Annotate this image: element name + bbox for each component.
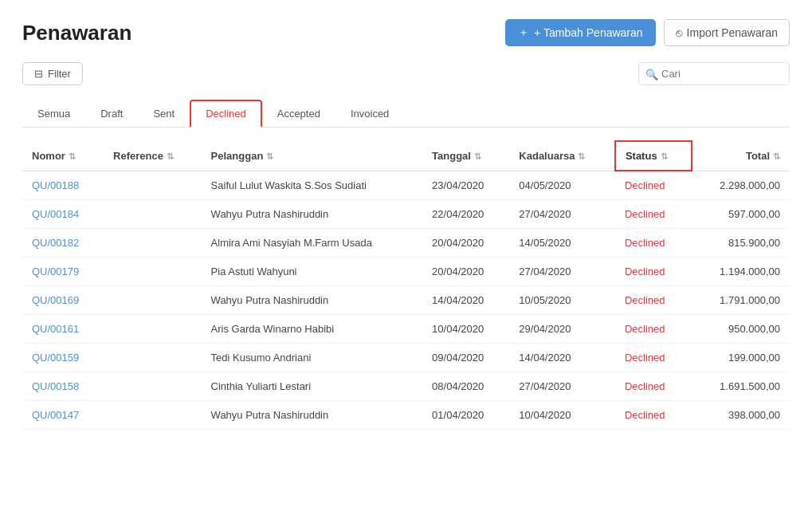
cell-pelanggan-7: Cinthia Yuliarti Lestari — [202, 372, 423, 401]
import-icon: ⎋ — [676, 26, 682, 39]
cell-kadaluarsa-0: 04/05/2020 — [509, 171, 615, 200]
cell-nomor-8[interactable]: QU/00147 — [22, 401, 104, 430]
cell-nomor-3[interactable]: QU/00179 — [22, 258, 104, 286]
col-reference[interactable]: Reference⇅ — [104, 141, 201, 171]
header-actions: ＋ + Tambah Penawaran ⎋ Import Penawaran — [505, 19, 790, 46]
nomor-link-5[interactable]: QU/00161 — [32, 323, 79, 335]
cell-total-5: 950.000,00 — [692, 315, 790, 344]
table-row: QU/00158Cinthia Yuliarti Lestari08/04/20… — [22, 372, 790, 401]
cell-total-6: 199.000,00 — [692, 344, 790, 372]
nomor-link-7[interactable]: QU/00158 — [32, 380, 79, 392]
filter-button[interactable]: ⊟ Filter — [22, 62, 83, 85]
cell-status-2: Declined — [615, 229, 692, 258]
table-row: QU/00161Aris Garda Winarno Habibi10/04/2… — [22, 315, 790, 344]
penawaran-table: Nomor⇅Reference⇅Pelanggan⇅Tanggal⇅Kadalu… — [22, 140, 790, 430]
plus-icon: ＋ — [518, 26, 529, 40]
page-title: Penawaran — [22, 21, 131, 45]
cell-status-3: Declined — [615, 258, 692, 286]
search-icon: 🔍 — [645, 68, 658, 80]
cell-reference-1 — [104, 200, 201, 229]
table-row: QU/00159Tedi Kusumo Andriani09/04/202014… — [22, 344, 790, 372]
cell-reference-0 — [104, 171, 201, 200]
cell-status-4: Declined — [615, 286, 692, 315]
tabs-row: SemuaDraftSentDeclinedAcceptedInvoiced — [22, 100, 790, 128]
table-row: QU/00169Wahyu Putra Nashiruddin14/04/202… — [22, 286, 790, 315]
cell-nomor-0[interactable]: QU/00188 — [22, 171, 104, 200]
import-button-label: Import Penawaran — [687, 26, 778, 39]
table-row: QU/00188Saiful Lulut Waskita S.Sos Sudia… — [22, 171, 790, 200]
col-kadaluarsa[interactable]: Kadaluarsa⇅ — [509, 141, 615, 171]
cell-nomor-4[interactable]: QU/00169 — [22, 286, 104, 315]
cell-total-1: 597.000,00 — [692, 200, 790, 229]
table-row: QU/00147Wahyu Putra Nashiruddin01/04/202… — [22, 401, 790, 430]
toolbar-row: ⊟ Filter 🔍 — [22, 62, 790, 85]
cell-nomor-6[interactable]: QU/00159 — [22, 344, 104, 372]
col-nomor[interactable]: Nomor⇅ — [22, 141, 104, 171]
tab-draft[interactable]: Draft — [85, 100, 138, 128]
sort-icon-kadaluarsa: ⇅ — [578, 151, 585, 162]
tab-accepted[interactable]: Accepted — [262, 100, 335, 128]
sort-icon-tanggal: ⇅ — [474, 151, 481, 162]
cell-total-4: 1.791.000,00 — [692, 286, 790, 315]
table-row: QU/00184Wahyu Putra Nashiruddin22/04/202… — [22, 200, 790, 229]
nomor-link-4[interactable]: QU/00169 — [32, 294, 79, 306]
cell-pelanggan-6: Tedi Kusumo Andriani — [202, 344, 423, 372]
col-pelanggan[interactable]: Pelanggan⇅ — [202, 141, 423, 171]
cell-pelanggan-4: Wahyu Putra Nashiruddin — [202, 286, 423, 315]
cell-nomor-7[interactable]: QU/00158 — [22, 372, 104, 401]
cell-tanggal-0: 23/04/2020 — [422, 171, 509, 200]
cell-kadaluarsa-4: 10/05/2020 — [509, 286, 615, 315]
cell-pelanggan-8: Wahyu Putra Nashiruddin — [202, 401, 423, 430]
cell-pelanggan-5: Aris Garda Winarno Habibi — [202, 315, 423, 344]
cell-pelanggan-3: Pia Astuti Wahyuni — [202, 258, 423, 286]
header-row: Penawaran ＋ + Tambah Penawaran ⎋ Import … — [22, 19, 790, 46]
col-total[interactable]: Total⇅ — [692, 141, 790, 171]
col-status[interactable]: Status⇅ — [615, 141, 692, 171]
tab-semua[interactable]: Semua — [22, 100, 85, 128]
cell-total-8: 398.000,00 — [692, 401, 790, 430]
nomor-link-2[interactable]: QU/00182 — [32, 237, 79, 249]
table-container: Nomor⇅Reference⇅Pelanggan⇅Tanggal⇅Kadalu… — [22, 140, 790, 430]
cell-reference-6 — [104, 344, 201, 372]
cell-status-7: Declined — [615, 372, 692, 401]
tab-invoiced[interactable]: Invoiced — [335, 100, 404, 128]
cell-kadaluarsa-2: 14/05/2020 — [509, 229, 615, 258]
sort-icon-total: ⇅ — [773, 151, 780, 162]
cell-reference-5 — [104, 315, 201, 344]
cell-reference-7 — [104, 372, 201, 401]
cell-nomor-5[interactable]: QU/00161 — [22, 315, 104, 344]
import-penawaran-button[interactable]: ⎋ Import Penawaran — [664, 19, 790, 46]
cell-total-7: 1.691.500,00 — [692, 372, 790, 401]
cell-tanggal-2: 20/04/2020 — [422, 229, 509, 258]
cell-kadaluarsa-1: 27/04/2020 — [509, 200, 615, 229]
cell-kadaluarsa-3: 27/04/2020 — [509, 258, 615, 286]
cell-tanggal-4: 14/04/2020 — [422, 286, 509, 315]
cell-kadaluarsa-6: 14/04/2020 — [509, 344, 615, 372]
sort-icon-status: ⇅ — [661, 151, 668, 162]
nomor-link-1[interactable]: QU/00184 — [32, 208, 79, 220]
nomor-link-6[interactable]: QU/00159 — [32, 352, 79, 364]
cell-status-1: Declined — [615, 200, 692, 229]
cell-reference-4 — [104, 286, 201, 315]
add-penawaran-button[interactable]: ＋ + Tambah Penawaran — [505, 19, 655, 46]
cell-status-6: Declined — [615, 344, 692, 372]
cell-tanggal-7: 08/04/2020 — [422, 372, 509, 401]
cell-kadaluarsa-7: 27/04/2020 — [509, 372, 615, 401]
cell-tanggal-5: 10/04/2020 — [422, 315, 509, 344]
sort-icon-nomor: ⇅ — [69, 151, 76, 162]
nomor-link-8[interactable]: QU/00147 — [32, 409, 79, 421]
cell-nomor-2[interactable]: QU/00182 — [22, 229, 104, 258]
tab-sent[interactable]: Sent — [138, 100, 190, 128]
search-input[interactable] — [638, 62, 790, 85]
cell-reference-3 — [104, 258, 201, 286]
nomor-link-3[interactable]: QU/00179 — [32, 265, 79, 277]
cell-nomor-1[interactable]: QU/00184 — [22, 200, 104, 229]
col-tanggal[interactable]: Tanggal⇅ — [422, 141, 509, 171]
search-wrap: 🔍 — [638, 62, 790, 85]
cell-tanggal-8: 01/04/2020 — [422, 401, 509, 430]
table-row: QU/00182Almira Ami Nasyiah M.Farm Usada2… — [22, 229, 790, 258]
page-container: Penawaran ＋ + Tambah Penawaran ⎋ Import … — [0, 0, 812, 523]
filter-icon: ⊟ — [34, 68, 43, 80]
tab-declined[interactable]: Declined — [190, 100, 262, 128]
nomor-link-0[interactable]: QU/00188 — [32, 179, 79, 191]
